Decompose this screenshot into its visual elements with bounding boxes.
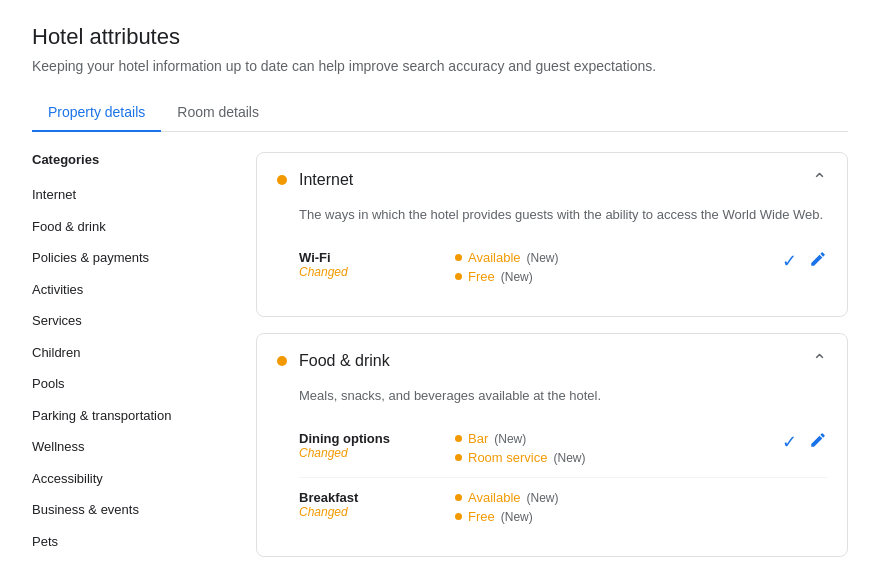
sidebar-item-food-drink[interactable]: Food & drink: [32, 211, 232, 243]
wifi-available-bullet: [455, 254, 462, 261]
wifi-value-free: Free (New): [455, 269, 766, 284]
sidebar-item-services[interactable]: Services: [32, 305, 232, 337]
sidebar-item-children[interactable]: Children: [32, 337, 232, 369]
sidebar: Categories Internet Food & drink Policie…: [32, 152, 232, 557]
breakfast-values: Available (New) Free (New): [455, 490, 811, 524]
dining-bar-meta: (New): [494, 432, 526, 446]
page-subtitle: Keeping your hotel information up to dat…: [32, 58, 848, 74]
dining-bar-text: Bar: [468, 431, 488, 446]
internet-card-description: The ways in which the hotel provides gue…: [257, 207, 847, 238]
food-drink-chevron-up-icon: ⌃: [812, 350, 827, 372]
food-drink-changed-dot: [277, 356, 287, 366]
breakfast-available-meta: (New): [527, 491, 559, 505]
tab-property-details[interactable]: Property details: [32, 94, 161, 132]
food-drink-card-description: Meals, snacks, and beverages available a…: [257, 388, 847, 419]
breakfast-changed-badge: Changed: [299, 505, 439, 519]
food-drink-card-title: Food & drink: [299, 352, 800, 370]
breakfast-available-value: Available (New): [455, 490, 811, 505]
food-drink-card-body: Dining options Changed Bar (New) Room se…: [257, 419, 847, 556]
dining-options-label-col: Dining options Changed: [299, 431, 439, 460]
main-content: Internet ⌃ The ways in which the hotel p…: [256, 152, 848, 557]
dining-options-check-icon[interactable]: ✓: [782, 431, 797, 453]
breakfast-available-text: Available: [468, 490, 521, 505]
dining-options-values: Bar (New) Room service (New): [455, 431, 766, 465]
wifi-available-meta: (New): [527, 251, 559, 265]
breakfast-label-col: Breakfast Changed: [299, 490, 439, 519]
wifi-actions: ✓: [782, 250, 827, 272]
card-internet: Internet ⌃ The ways in which the hotel p…: [256, 152, 848, 317]
wifi-edit-icon[interactable]: [809, 250, 827, 272]
sidebar-item-pools[interactable]: Pools: [32, 368, 232, 400]
dining-options-attribute-row: Dining options Changed Bar (New) Room se…: [299, 419, 827, 477]
sidebar-item-activities[interactable]: Activities: [32, 274, 232, 306]
sidebar-item-pets[interactable]: Pets: [32, 526, 232, 558]
wifi-label-col: Wi-Fi Changed: [299, 250, 439, 279]
breakfast-free-value: Free (New): [455, 509, 811, 524]
wifi-free-bullet: [455, 273, 462, 280]
wifi-label: Wi-Fi: [299, 250, 439, 265]
wifi-available-text: Available: [468, 250, 521, 265]
wifi-changed-badge: Changed: [299, 265, 439, 279]
dining-room-service-text: Room service: [468, 450, 547, 465]
breakfast-free-text: Free: [468, 509, 495, 524]
dining-options-changed-badge: Changed: [299, 446, 439, 460]
dining-options-label: Dining options: [299, 431, 439, 446]
wifi-value-available: Available (New): [455, 250, 766, 265]
wifi-check-icon[interactable]: ✓: [782, 250, 797, 272]
dining-bar-value: Bar (New): [455, 431, 766, 446]
internet-changed-dot: [277, 175, 287, 185]
breakfast-label: Breakfast: [299, 490, 439, 505]
wifi-free-meta: (New): [501, 270, 533, 284]
internet-card-title: Internet: [299, 171, 800, 189]
card-food-drink-header[interactable]: Food & drink ⌃: [257, 334, 847, 388]
internet-chevron-up-icon: ⌃: [812, 169, 827, 191]
breakfast-attribute-row: Breakfast Changed Available (New) Free (…: [299, 477, 827, 536]
dining-room-service-value: Room service (New): [455, 450, 766, 465]
wifi-attribute-row: Wi-Fi Changed Available (New) Free (New): [299, 238, 827, 296]
content-area: Categories Internet Food & drink Policie…: [32, 152, 848, 557]
sidebar-item-internet[interactable]: Internet: [32, 179, 232, 211]
sidebar-title: Categories: [32, 152, 232, 167]
dining-room-service-bullet: [455, 454, 462, 461]
dining-options-actions: ✓: [782, 431, 827, 453]
sidebar-item-policies-payments[interactable]: Policies & payments: [32, 242, 232, 274]
dining-bar-bullet: [455, 435, 462, 442]
sidebar-item-business-events[interactable]: Business & events: [32, 494, 232, 526]
tab-bar: Property details Room details: [32, 94, 848, 132]
breakfast-available-bullet: [455, 494, 462, 501]
breakfast-free-bullet: [455, 513, 462, 520]
sidebar-item-accessibility[interactable]: Accessibility: [32, 463, 232, 495]
wifi-free-text: Free: [468, 269, 495, 284]
dining-options-edit-icon[interactable]: [809, 431, 827, 453]
card-food-drink: Food & drink ⌃ Meals, snacks, and bevera…: [256, 333, 848, 557]
page-title: Hotel attributes: [32, 24, 848, 50]
tab-room-details[interactable]: Room details: [161, 94, 275, 132]
breakfast-free-meta: (New): [501, 510, 533, 524]
wifi-values: Available (New) Free (New): [455, 250, 766, 284]
dining-room-service-meta: (New): [553, 451, 585, 465]
sidebar-item-parking[interactable]: Parking & transportation: [32, 400, 232, 432]
card-internet-header[interactable]: Internet ⌃: [257, 153, 847, 207]
internet-card-body: Wi-Fi Changed Available (New) Free (New): [257, 238, 847, 316]
sidebar-item-wellness[interactable]: Wellness: [32, 431, 232, 463]
